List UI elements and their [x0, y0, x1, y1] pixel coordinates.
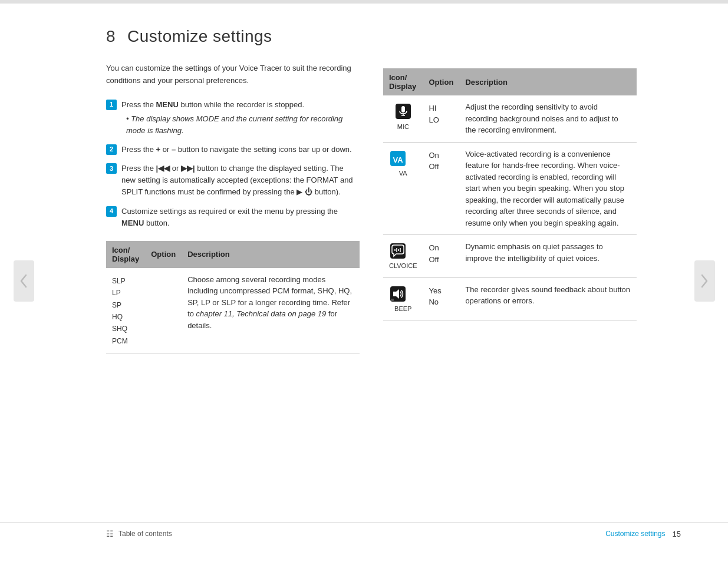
- right-column: Icon/Display Option Description: [383, 62, 637, 353]
- right-table-row-beep: BEEP YesNo The recorder gives sound feed…: [383, 277, 637, 320]
- left-icon-cell-format: SLPLPSPHQSHQPCM: [106, 268, 145, 353]
- beep-icon-cell: BEEP: [383, 277, 423, 320]
- step-2: 2 Press the + or – button to navigate th…: [106, 144, 360, 156]
- step-1-text: Press the MENU button while the recorder…: [121, 99, 360, 137]
- footer-right: Customize settings 15: [605, 530, 681, 538]
- mic-icon-container: MIC: [389, 103, 417, 132]
- footer: ☷ Table of contents Customize settings 1…: [0, 523, 728, 538]
- va-option-cell: OnOff: [423, 142, 459, 235]
- left-column: You can customize the settings of your V…: [106, 62, 360, 353]
- left-settings-table: Icon/Display Option Description SLPLPSPH…: [106, 241, 360, 353]
- mic-icon-label: MIC: [397, 122, 409, 132]
- svg-rect-13: [391, 299, 394, 301]
- beep-icon-container: BEEP: [389, 285, 417, 315]
- va-icon-cell: VA VA: [383, 142, 423, 235]
- right-settings-table: Icon/Display Option Description: [383, 68, 637, 320]
- va-desc-cell: Voice-activated recording is a convenien…: [459, 142, 637, 235]
- right-header-icon: Icon/Display: [383, 68, 423, 95]
- va-icon-label: VA: [399, 170, 407, 177]
- clvoice-icon: [389, 242, 407, 260]
- left-header-description: Description: [182, 241, 360, 268]
- clvoice-option-cell: OnOff: [423, 235, 459, 278]
- beep-desc-cell: The recorder gives sound feedback about …: [459, 277, 637, 320]
- right-table-row-va: VA VA OnOff Voice-activated recording is…: [383, 142, 637, 235]
- mic-option-cell: HILO: [423, 95, 459, 142]
- step-3: 3 Press the |◀◀ or ▶▶| button to change …: [106, 163, 360, 198]
- left-desc-cell-format: Choose among several recording modes inc…: [182, 268, 360, 353]
- two-col-layout: You can customize the settings of your V…: [106, 62, 681, 353]
- left-option-cell-format: [145, 268, 182, 353]
- svg-rect-1: [401, 106, 405, 113]
- clvoice-icon-container: CLVOICE: [389, 242, 417, 272]
- step-2-number: 2: [106, 144, 117, 155]
- step-4-number: 4: [106, 206, 117, 217]
- mic-icon-cell: MIC: [383, 95, 423, 142]
- step-4-text: Customize settings as required or exit t…: [121, 206, 360, 229]
- right-table-row-clvoice: CLVOICE OnOff Dynamic emphasis on quiet …: [383, 235, 637, 278]
- svg-text:VA: VA: [393, 156, 403, 164]
- section-title: 8Customize settings: [106, 27, 681, 46]
- beep-icon-label: BEEP: [394, 305, 411, 312]
- beep-option-cell: YesNo: [423, 277, 459, 320]
- va-icon: VA: [389, 150, 407, 167]
- left-header-icon: Icon/Display: [106, 241, 145, 268]
- footer-page-number: 15: [673, 530, 681, 538]
- footer-left[interactable]: ☷ Table of contents: [106, 529, 172, 538]
- left-table-row-format: SLPLPSPHQSHQPCM Choose among several rec…: [106, 268, 360, 353]
- steps-list: 1 Press the MENU button while the record…: [106, 99, 360, 229]
- mic-icon: [394, 103, 412, 120]
- toc-text: Table of contents: [118, 530, 172, 538]
- beep-icon: [389, 285, 407, 303]
- step-2-text: Press the + or – button to navigate the …: [121, 144, 352, 156]
- section-number: 8: [106, 27, 116, 45]
- footer-section-name: Customize settings: [605, 530, 665, 538]
- step-1-number: 1: [106, 100, 117, 110]
- right-table-row-mic: MIC HILO Adjust the recording sensitivit…: [383, 95, 637, 142]
- content-area: 8Customize settings You can customize th…: [0, 4, 728, 377]
- step-4: 4 Customize settings as required or exit…: [106, 206, 360, 229]
- right-header-option: Option: [423, 68, 459, 95]
- right-table-header-row: Icon/Display Option Description: [383, 68, 637, 95]
- step-1: 1 Press the MENU button while the record…: [106, 99, 360, 137]
- toc-icon: ☷: [106, 529, 114, 538]
- step-3-number: 3: [106, 163, 117, 174]
- va-icon-container: VA VA: [389, 150, 417, 179]
- mic-desc-cell: Adjust the recording sensitivity to avoi…: [459, 95, 637, 142]
- clvoice-icon-label: CLVOICE: [389, 262, 417, 269]
- intro-text: You can customize the settings of your V…: [106, 62, 360, 87]
- step-3-text: Press the |◀◀ or ▶▶| button to change th…: [121, 163, 360, 198]
- page-container: 8Customize settings You can customize th…: [0, 0, 728, 562]
- left-table-header-row: Icon/Display Option Description: [106, 241, 360, 268]
- clvoice-icon-cell: CLVOICE: [383, 235, 423, 278]
- clvoice-desc-cell: Dynamic emphasis on quiet passages to im…: [459, 235, 637, 278]
- left-header-option: Option: [145, 241, 182, 268]
- right-header-description: Description: [459, 68, 637, 95]
- format-options-list: SLPLPSPHQSHQPCM: [112, 275, 139, 347]
